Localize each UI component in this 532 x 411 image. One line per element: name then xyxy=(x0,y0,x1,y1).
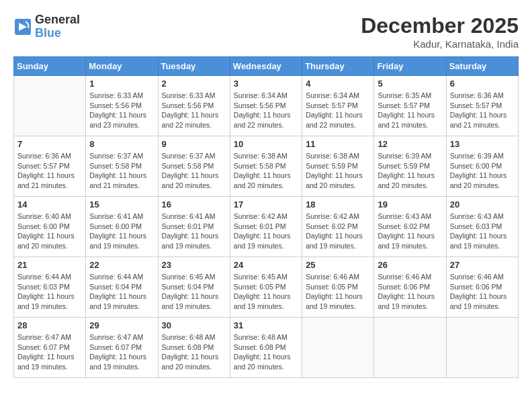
day-cell: 4Sunrise: 6:34 AM Sunset: 5:57 PM Daylig… xyxy=(302,76,374,136)
day-info: Sunrise: 6:39 AM Sunset: 5:59 PM Dayligh… xyxy=(378,151,442,191)
day-info: Sunrise: 6:44 AM Sunset: 6:03 PM Dayligh… xyxy=(17,272,82,312)
day-cell: 8Sunrise: 6:37 AM Sunset: 5:58 PM Daylig… xyxy=(86,136,158,197)
day-cell: 16Sunrise: 6:41 AM Sunset: 6:01 PM Dayli… xyxy=(158,197,230,257)
day-cell: 13Sunrise: 6:39 AM Sunset: 6:00 PM Dayli… xyxy=(446,136,518,197)
week-row-1: 1Sunrise: 6:33 AM Sunset: 5:56 PM Daylig… xyxy=(14,76,519,136)
month-title: December 2025 xyxy=(361,13,519,38)
logo-general: General xyxy=(35,13,80,27)
day-number: 18 xyxy=(306,199,370,210)
logo-icon xyxy=(13,17,32,36)
logo: General Blue xyxy=(13,13,80,40)
day-number: 19 xyxy=(378,199,442,210)
weekday-header-sunday: Sunday xyxy=(14,57,86,76)
day-cell: 12Sunrise: 6:39 AM Sunset: 5:59 PM Dayli… xyxy=(374,136,446,197)
week-row-2: 7Sunrise: 6:36 AM Sunset: 5:57 PM Daylig… xyxy=(14,136,519,197)
day-info: Sunrise: 6:39 AM Sunset: 6:00 PM Dayligh… xyxy=(450,151,515,191)
day-number: 1 xyxy=(89,79,154,89)
day-info: Sunrise: 6:36 AM Sunset: 5:57 PM Dayligh… xyxy=(17,151,82,191)
day-number: 7 xyxy=(17,139,82,149)
day-info: Sunrise: 6:46 AM Sunset: 6:05 PM Dayligh… xyxy=(306,272,370,312)
day-number: 30 xyxy=(162,320,226,330)
day-number: 23 xyxy=(162,260,226,270)
weekday-header-saturday: Saturday xyxy=(446,57,518,76)
day-cell: 22Sunrise: 6:44 AM Sunset: 6:04 PM Dayli… xyxy=(86,257,158,318)
day-info: Sunrise: 6:45 AM Sunset: 6:04 PM Dayligh… xyxy=(162,272,226,312)
logo-text: General Blue xyxy=(35,13,80,40)
day-info: Sunrise: 6:47 AM Sunset: 6:07 PM Dayligh… xyxy=(17,332,82,372)
day-info: Sunrise: 6:42 AM Sunset: 6:01 PM Dayligh… xyxy=(234,212,298,251)
day-number: 24 xyxy=(234,260,298,270)
location: Kadur, Karnataka, India xyxy=(361,38,519,50)
logo-blue: Blue xyxy=(35,27,80,40)
day-info: Sunrise: 6:36 AM Sunset: 5:57 PM Dayligh… xyxy=(450,91,515,130)
day-number: 9 xyxy=(162,139,226,149)
day-info: Sunrise: 6:48 AM Sunset: 6:08 PM Dayligh… xyxy=(234,332,298,372)
day-info: Sunrise: 6:41 AM Sunset: 6:00 PM Dayligh… xyxy=(89,212,154,251)
day-info: Sunrise: 6:41 AM Sunset: 6:01 PM Dayligh… xyxy=(162,212,226,251)
day-cell: 19Sunrise: 6:43 AM Sunset: 6:02 PM Dayli… xyxy=(374,197,446,257)
day-cell: 23Sunrise: 6:45 AM Sunset: 6:04 PM Dayli… xyxy=(158,257,230,318)
day-cell xyxy=(302,318,374,378)
page-header: General Blue December 2025 Kadur, Karnat… xyxy=(13,13,519,50)
day-info: Sunrise: 6:35 AM Sunset: 5:57 PM Dayligh… xyxy=(378,91,442,130)
day-number: 2 xyxy=(162,79,226,89)
day-info: Sunrise: 6:42 AM Sunset: 6:02 PM Dayligh… xyxy=(306,212,370,251)
day-info: Sunrise: 6:34 AM Sunset: 5:57 PM Dayligh… xyxy=(306,91,370,130)
day-cell: 14Sunrise: 6:40 AM Sunset: 6:00 PM Dayli… xyxy=(14,197,86,257)
day-cell: 29Sunrise: 6:47 AM Sunset: 6:07 PM Dayli… xyxy=(86,318,158,378)
day-cell xyxy=(374,318,446,378)
day-info: Sunrise: 6:33 AM Sunset: 5:56 PM Dayligh… xyxy=(162,91,226,130)
day-cell: 9Sunrise: 6:37 AM Sunset: 5:58 PM Daylig… xyxy=(158,136,230,197)
weekday-header-row: SundayMondayTuesdayWednesdayThursdayFrid… xyxy=(14,57,519,76)
day-cell: 18Sunrise: 6:42 AM Sunset: 6:02 PM Dayli… xyxy=(302,197,374,257)
title-block: December 2025 Kadur, Karnataka, India xyxy=(361,13,519,50)
day-cell: 20Sunrise: 6:43 AM Sunset: 6:03 PM Dayli… xyxy=(446,197,518,257)
day-info: Sunrise: 6:48 AM Sunset: 6:08 PM Dayligh… xyxy=(162,332,226,372)
day-number: 31 xyxy=(234,320,298,330)
day-number: 14 xyxy=(17,199,82,210)
day-cell xyxy=(446,318,518,378)
day-cell: 30Sunrise: 6:48 AM Sunset: 6:08 PM Dayli… xyxy=(158,318,230,378)
day-cell: 25Sunrise: 6:46 AM Sunset: 6:05 PM Dayli… xyxy=(302,257,374,318)
day-number: 22 xyxy=(89,260,154,270)
weekday-header-wednesday: Wednesday xyxy=(230,57,302,76)
day-cell: 1Sunrise: 6:33 AM Sunset: 5:56 PM Daylig… xyxy=(86,76,158,136)
day-info: Sunrise: 6:47 AM Sunset: 6:07 PM Dayligh… xyxy=(89,332,154,372)
day-info: Sunrise: 6:43 AM Sunset: 6:03 PM Dayligh… xyxy=(450,212,515,251)
day-number: 4 xyxy=(306,79,370,89)
weekday-header-thursday: Thursday xyxy=(302,57,374,76)
day-info: Sunrise: 6:46 AM Sunset: 6:06 PM Dayligh… xyxy=(450,272,515,312)
calendar-table: SundayMondayTuesdayWednesdayThursdayFrid… xyxy=(13,56,519,378)
weekday-header-tuesday: Tuesday xyxy=(158,57,230,76)
day-cell: 26Sunrise: 6:46 AM Sunset: 6:06 PM Dayli… xyxy=(374,257,446,318)
day-cell: 10Sunrise: 6:38 AM Sunset: 5:58 PM Dayli… xyxy=(230,136,302,197)
day-number: 8 xyxy=(89,139,154,149)
day-cell: 27Sunrise: 6:46 AM Sunset: 6:06 PM Dayli… xyxy=(446,257,518,318)
day-info: Sunrise: 6:45 AM Sunset: 6:05 PM Dayligh… xyxy=(234,272,298,312)
day-number: 21 xyxy=(17,260,82,270)
day-number: 25 xyxy=(306,260,370,270)
day-cell: 21Sunrise: 6:44 AM Sunset: 6:03 PM Dayli… xyxy=(14,257,86,318)
day-info: Sunrise: 6:43 AM Sunset: 6:02 PM Dayligh… xyxy=(378,212,442,251)
day-cell: 31Sunrise: 6:48 AM Sunset: 6:08 PM Dayli… xyxy=(230,318,302,378)
day-cell: 15Sunrise: 6:41 AM Sunset: 6:00 PM Dayli… xyxy=(86,197,158,257)
week-row-3: 14Sunrise: 6:40 AM Sunset: 6:00 PM Dayli… xyxy=(14,197,519,257)
day-number: 10 xyxy=(234,139,298,149)
day-info: Sunrise: 6:40 AM Sunset: 6:00 PM Dayligh… xyxy=(17,212,82,251)
day-info: Sunrise: 6:46 AM Sunset: 6:06 PM Dayligh… xyxy=(378,272,442,312)
day-info: Sunrise: 6:44 AM Sunset: 6:04 PM Dayligh… xyxy=(89,272,154,312)
day-number: 29 xyxy=(89,320,154,330)
day-number: 6 xyxy=(450,79,515,89)
day-number: 11 xyxy=(306,139,370,149)
day-number: 17 xyxy=(234,199,298,210)
day-cell: 24Sunrise: 6:45 AM Sunset: 6:05 PM Dayli… xyxy=(230,257,302,318)
day-info: Sunrise: 6:38 AM Sunset: 5:58 PM Dayligh… xyxy=(234,151,298,191)
day-number: 16 xyxy=(162,199,226,210)
day-cell: 28Sunrise: 6:47 AM Sunset: 6:07 PM Dayli… xyxy=(14,318,86,378)
day-info: Sunrise: 6:33 AM Sunset: 5:56 PM Dayligh… xyxy=(89,91,154,130)
week-row-4: 21Sunrise: 6:44 AM Sunset: 6:03 PM Dayli… xyxy=(14,257,519,318)
day-cell xyxy=(14,76,86,136)
day-cell: 17Sunrise: 6:42 AM Sunset: 6:01 PM Dayli… xyxy=(230,197,302,257)
day-info: Sunrise: 6:34 AM Sunset: 5:56 PM Dayligh… xyxy=(234,91,298,130)
day-cell: 5Sunrise: 6:35 AM Sunset: 5:57 PM Daylig… xyxy=(374,76,446,136)
